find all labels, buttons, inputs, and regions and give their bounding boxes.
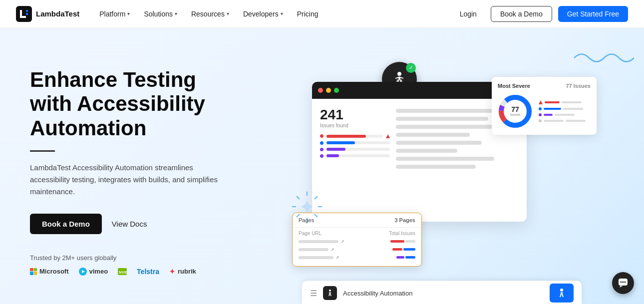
svg-rect-0 [16,6,32,22]
page-row: ↗ [299,239,415,244]
nav-platform[interactable]: Platform ▾ [93,7,136,21]
issues-label: Issues found [320,123,390,128]
external-link-icon: ↗ [340,239,344,244]
legend-row-major [539,107,586,110]
logo-text: LambdaTest [36,9,79,18]
rubrik-logo: ✦ rubrik [169,268,196,276]
check-icon: ✓ [406,63,416,73]
bar-row [320,141,390,145]
external-link-icon: ↗ [330,247,334,252]
severe-label: Most Severe [498,83,530,89]
accessibility-small-icon [323,286,337,300]
issues-count: 241 [320,107,390,123]
severe-count: 77 Issues [566,83,591,89]
dashboard-container: ✓ 241 Issues found [287,67,597,277]
hero-subtitle: LambdaTest Accessibility Automation stre… [30,162,220,198]
donut-chart: 77 Issues [498,94,533,129]
nav-right: Login Book a Demo Get Started Free [452,6,628,22]
svg-line-21 [315,214,318,217]
chevron-down-icon: ▾ [281,11,283,16]
svg-point-23 [329,290,331,292]
chevron-down-icon: ▾ [175,11,177,16]
chevron-down-icon: ▾ [127,11,130,16]
column-headers: Page URL Total Issues [299,231,415,236]
hero-illustration: ✓ 241 Issues found [240,28,644,304]
chevron-down-icon: ▾ [227,11,229,16]
vimeo-logo: vimeo [79,268,108,276]
chat-bubble[interactable] [612,272,634,294]
svg-line-18 [297,196,300,199]
legend-row-minor [539,113,586,116]
bottom-bar-preview: ☰ Accessibility Automation [302,281,582,304]
logo[interactable]: LambdaTest [16,6,79,22]
legend-row-other [539,119,586,122]
legend-row-critical [539,100,586,104]
hero-view-docs-button[interactable]: View Docs [112,220,147,228]
svg-point-27 [623,282,624,283]
nav-developers[interactable]: Developers ▾ [237,7,289,21]
trusted-text: Trusted by 2M+ users globally [30,254,240,262]
book-demo-button[interactable]: Book a Demo [491,6,552,22]
microsoft-logo: Microsoft [30,268,69,275]
nvidia-logo: NVIDIA [118,268,127,275]
svg-text:Issues: Issues [510,113,521,116]
severe-legend [539,100,586,122]
get-started-button[interactable]: Get Started Free [558,6,628,22]
wave-decoration [574,48,634,68]
nav-links: Platform ▾ Solutions ▾ Resources ▾ Devel… [93,7,324,21]
bar-row [320,154,390,158]
issues-panel: 241 Issues found [320,107,390,169]
svg-text:NVIDIA: NVIDIA [119,270,127,275]
bottom-bar-label: Accessibility Automation [343,290,412,297]
nav-pricing[interactable]: Pricing [291,7,324,21]
telstra-logo: Telstra [137,268,159,276]
hero-section: Enhance Testing with Accessibility Autom… [0,28,644,304]
hero-title: Enhance Testing with Accessibility Autom… [30,68,230,140]
svg-text:77: 77 [511,105,519,113]
donut-container: 77 Issues [498,94,591,129]
bottom-bar-cta[interactable] [550,284,574,303]
hamburger-icon: ☰ [310,289,317,298]
pages-table: Page URL Total Issues ↗ [293,228,421,266]
bar-row [320,134,390,138]
external-link-icon: ↗ [335,255,339,260]
hero-buttons: Book a Demo View Docs [30,214,240,234]
bar-row [320,148,390,151]
hero-divider [30,150,55,152]
issue-bars [320,134,390,158]
svg-line-19 [315,196,318,199]
svg-point-5 [397,72,401,76]
svg-marker-6 [386,134,390,138]
svg-point-26 [621,282,622,283]
page-row: ↗ [299,255,415,260]
spark-decoration [287,187,327,227]
pages-count: 3 Pages [394,217,415,223]
svg-marker-22 [301,201,313,213]
svg-line-20 [297,214,300,217]
hero-book-demo-button[interactable]: Book a Demo [30,214,102,234]
hero-left: Enhance Testing with Accessibility Autom… [0,28,240,304]
svg-marker-13 [539,100,543,104]
svg-point-28 [625,282,626,283]
login-button[interactable]: Login [452,6,485,21]
svg-point-24 [560,289,563,292]
nav-solutions[interactable]: Solutions ▾ [138,7,183,21]
nav-resources[interactable]: Resources ▾ [185,7,235,21]
nav-left: LambdaTest Platform ▾ Solutions ▾ Resour… [16,6,324,22]
page-row: ↗ [299,247,415,252]
most-severe-card: Most Severe 77 Issues 77 Issues [492,77,597,135]
navbar: LambdaTest Platform ▾ Solutions ▾ Resour… [0,0,644,28]
trusted-logos: Microsoft vimeo NVIDIA Telstra ✦ rubrik [30,268,240,276]
severe-header: Most Severe 77 Issues [498,83,591,89]
